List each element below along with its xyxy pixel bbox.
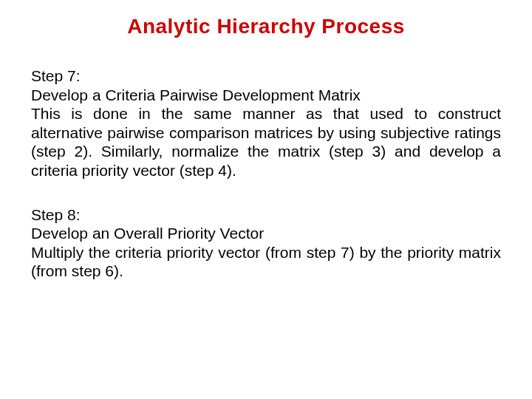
slide: Analytic Hierarchy Process Step 7: Devel…	[0, 0, 532, 399]
step-7-body: This is done in the same manner as that …	[31, 104, 501, 180]
step-7-label: Step 7:	[31, 66, 501, 86]
step-8-label: Step 8:	[31, 205, 501, 225]
step-7-heading: Develop a Criteria Pairwise Development …	[31, 86, 501, 105]
step-8-body: Multiply the criteria priority vector (f…	[31, 243, 501, 281]
slide-title: Analytic Hierarchy Process	[31, 15, 501, 38]
step-8-heading: Develop an Overall Priority Vector	[31, 224, 501, 243]
step-8-block: Step 8: Develop an Overall Priority Vect…	[31, 205, 501, 281]
step-7-block: Step 7: Develop a Criteria Pairwise Deve…	[31, 66, 501, 180]
